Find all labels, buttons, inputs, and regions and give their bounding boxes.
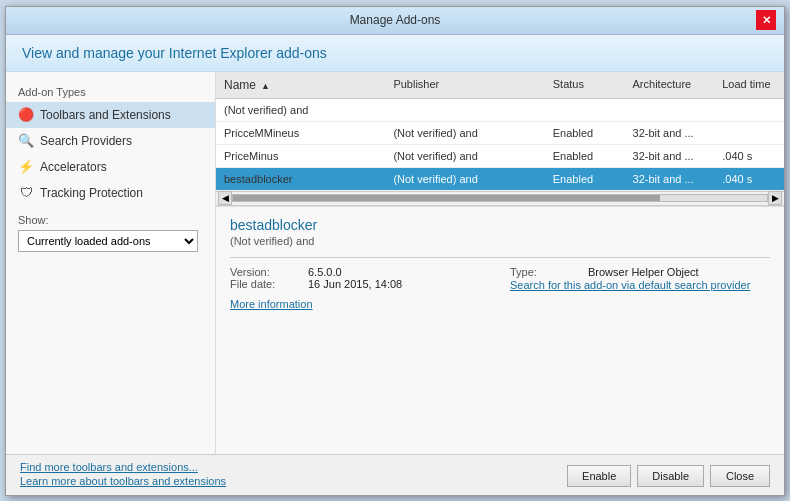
sidebar-item-tracking[interactable]: 🛡 Tracking Protection (6, 180, 215, 206)
sidebar-search-label: Search Providers (40, 134, 132, 148)
close-icon[interactable]: ✕ (756, 10, 776, 30)
details-publisher: (Not verified) and (230, 235, 770, 247)
type-label: Type: (510, 266, 580, 278)
row3-publisher: (Not verified) and (385, 171, 544, 187)
sort-icon: ▲ (261, 81, 270, 91)
row3-load: .040 s (714, 171, 784, 187)
header-text: View and manage your Internet Explorer a… (22, 45, 327, 61)
col-header-publisher[interactable]: Publisher (385, 76, 544, 94)
content-area: Add-on Types 🔴 Toolbars and Extensions 🔍… (6, 72, 784, 454)
details-grid: Version: 6.5.0.0 File date: 16 Jun 2015,… (230, 266, 770, 292)
footer-links: Find more toolbars and extensions... Lea… (20, 461, 226, 487)
row3-name: bestadblocker (216, 171, 385, 187)
details-type-row: Type: Browser Helper Object (510, 266, 770, 278)
tracking-icon: 🛡 (18, 185, 34, 201)
sidebar: Add-on Types 🔴 Toolbars and Extensions 🔍… (6, 72, 216, 454)
row3-arch: 32-bit and ... (625, 171, 715, 187)
col-header-name[interactable]: Name ▲ (216, 76, 385, 94)
window-title: Manage Add-ons (34, 13, 756, 27)
details-separator (230, 257, 770, 258)
row2-publisher: (Not verified) and (385, 148, 544, 164)
scrollbar-track[interactable] (232, 194, 768, 202)
header-banner: View and manage your Internet Explorer a… (6, 35, 784, 72)
row2-load: .040 s (714, 148, 784, 164)
row2-name: PriceMinus (216, 148, 385, 164)
details-addon-name: bestadblocker (230, 217, 770, 233)
row0-publisher (385, 108, 544, 112)
version-label: Version: (230, 266, 300, 278)
sidebar-item-toolbars[interactable]: 🔴 Toolbars and Extensions (6, 102, 215, 128)
version-value: 6.5.0.0 (308, 266, 342, 278)
details-panel: bestadblocker (Not verified) and Version… (216, 206, 784, 454)
row0-arch (625, 108, 715, 112)
table-area: Name ▲ Publisher Status Architecture Loa… (216, 72, 784, 206)
search-addon-link[interactable]: Search for this add-on via default searc… (510, 279, 750, 291)
search-icon: 🔍 (18, 133, 34, 149)
sidebar-tracking-label: Tracking Protection (40, 186, 143, 200)
row1-load (714, 131, 784, 135)
scroll-left-icon[interactable]: ◀ (218, 191, 232, 205)
table-row[interactable]: PriceMinus (Not verified) and Enabled 32… (216, 145, 784, 168)
sidebar-item-accelerators[interactable]: ⚡ Accelerators (6, 154, 215, 180)
learn-more-link[interactable]: Learn more about toolbars and extensions (20, 475, 226, 487)
manage-addons-window: Manage Add-ons ✕ View and manage your In… (5, 6, 785, 496)
details-filedate-row: File date: 16 Jun 2015, 14:08 (230, 278, 490, 290)
row0-name: (Not verified) and (216, 102, 385, 118)
details-left: Version: 6.5.0.0 File date: 16 Jun 2015,… (230, 266, 490, 292)
filedate-label: File date: (230, 278, 300, 290)
row1-name: PricceMMineus (216, 125, 385, 141)
sidebar-accelerators-label: Accelerators (40, 160, 107, 174)
row1-publisher: (Not verified) and (385, 125, 544, 141)
row1-status: Enabled (545, 125, 625, 141)
footer-area: Find more toolbars and extensions... Lea… (6, 454, 784, 495)
col-header-loadtime[interactable]: Load time (714, 76, 784, 94)
more-information-link[interactable]: More information (230, 298, 770, 310)
row1-arch: 32-bit and ... (625, 125, 715, 141)
row2-status: Enabled (545, 148, 625, 164)
show-dropdown[interactable]: Currently loaded add-ons (18, 230, 198, 252)
sidebar-item-search[interactable]: 🔍 Search Providers (6, 128, 215, 154)
enable-button[interactable]: Enable (567, 465, 631, 487)
details-right: Type: Browser Helper Object Search for t… (510, 266, 770, 292)
sidebar-toolbars-label: Toolbars and Extensions (40, 108, 171, 122)
show-label: Show: (6, 206, 215, 230)
row0-load (714, 108, 784, 112)
accelerators-icon: ⚡ (18, 159, 34, 175)
disable-button[interactable]: Disable (637, 465, 704, 487)
addon-types-label: Add-on Types (6, 82, 215, 102)
type-value: Browser Helper Object (588, 266, 699, 278)
table-body: (Not verified) and PricceMMineus (Not ve… (216, 99, 784, 191)
close-button[interactable]: Close (710, 465, 770, 487)
title-bar: Manage Add-ons ✕ (6, 7, 784, 35)
col-header-status[interactable]: Status (545, 76, 625, 94)
table-row[interactable]: bestadblocker (Not verified) and Enabled… (216, 168, 784, 191)
main-panel: Name ▲ Publisher Status Architecture Loa… (216, 72, 784, 454)
scrollbar-thumb[interactable] (233, 195, 660, 201)
row0-status (545, 108, 625, 112)
row2-arch: 32-bit and ... (625, 148, 715, 164)
row3-status: Enabled (545, 171, 625, 187)
find-toolbars-link[interactable]: Find more toolbars and extensions... (20, 461, 226, 473)
details-version-row: Version: 6.5.0.0 (230, 266, 490, 278)
table-row[interactable]: (Not verified) and (216, 99, 784, 122)
table-header: Name ▲ Publisher Status Architecture Loa… (216, 72, 784, 99)
table-row[interactable]: PricceMMineus (Not verified) and Enabled… (216, 122, 784, 145)
toolbars-icon: 🔴 (18, 107, 34, 123)
col-header-architecture[interactable]: Architecture (625, 76, 715, 94)
scroll-right-icon[interactable]: ▶ (768, 191, 782, 205)
details-search-link-row: Search for this add-on via default searc… (510, 278, 770, 292)
filedate-value: 16 Jun 2015, 14:08 (308, 278, 402, 290)
horizontal-scrollbar[interactable]: ◀ ▶ (216, 191, 784, 205)
